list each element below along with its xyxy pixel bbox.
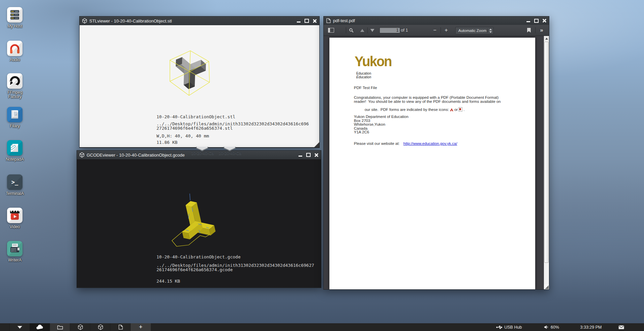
pdf-viewer-window: pdf-test.pdf: [323, 16, 549, 290]
close-button[interactable]: [315, 153, 318, 157]
taskbar-new-button[interactable]: +: [130, 323, 151, 331]
address-line: Whitehorse,Yukon: [354, 123, 408, 127]
recycle-arrows-icon: [7, 73, 22, 89]
pdf-doc-icon: [119, 325, 123, 330]
mail-tray-item[interactable]: [618, 323, 624, 331]
note-pen-icon: [7, 140, 22, 156]
clock-label: 3:33:29 PM: [580, 325, 602, 330]
gcode-viewer-window: GCODEviewer - 10-20-40-CalibrationObject…: [77, 150, 321, 288]
pdf-body-line2: reader! You should be able to view any o…: [354, 99, 501, 104]
desktop-icon-filary[interactable]: Filary: [3, 107, 26, 128]
desktop-icon-audio[interactable]: Audio: [3, 41, 26, 62]
pdf-window-titlebar[interactable]: pdf-test.pdf: [324, 16, 549, 25]
pdf-toolbar: of 1 − + Automatic Zoom »: [324, 25, 549, 36]
resize-grip[interactable]: [544, 284, 549, 289]
caret-down-icon: [17, 326, 22, 329]
desktop-icon-my-host[interactable]: My Host: [3, 7, 26, 29]
search-button[interactable]: [347, 25, 356, 36]
cloud-icon: [36, 325, 44, 330]
clock[interactable]: 3:33:29 PM: [580, 323, 602, 331]
video-player-icon: [7, 208, 22, 223]
close-button[interactable]: [543, 19, 546, 23]
resize-grip[interactable]: [314, 142, 319, 147]
stl-window-titlebar[interactable]: STLviewer - 10-20-40-CalibrationObject.s…: [80, 16, 319, 25]
previous-page-button[interactable]: [358, 25, 367, 36]
window-title: pdf-test.pdf: [333, 18, 355, 23]
desktop-icon-writera[interactable]: WriterA: [3, 241, 26, 262]
volume-label: 60%: [551, 325, 559, 330]
pdf-body-line3: our site. PDF forms are indicated by the…: [354, 103, 465, 116]
gcode-viewport[interactable]: 10-20-40-CalibrationObject.gcode ../../D…: [77, 159, 321, 287]
acrobat-icon: [450, 108, 453, 111]
bookmark-icon: [527, 28, 531, 33]
desktop-icon-label: NotepadA: [3, 157, 26, 162]
desktop-icon-terminala[interactable]: >_ TerminalA: [3, 174, 26, 196]
pdf-scrollbar[interactable]: [544, 36, 549, 289]
maximize-button[interactable]: [306, 153, 311, 157]
desktop: My Host Audio FFmpeg Factory: [0, 0, 644, 331]
bookmark-button[interactable]: [524, 25, 533, 36]
zoom-in-button[interactable]: +: [442, 25, 451, 36]
stl-viewport[interactable]: 10-20-40-CalibrationObject.stl ../../Des…: [80, 25, 319, 147]
scroll-up-button[interactable]: [544, 36, 549, 41]
window-title: GCODEviewer - 10-20-40-CalibrationObject…: [87, 153, 185, 158]
desktop-icon-label: Audio: [3, 58, 26, 62]
folder-icon: [57, 325, 63, 330]
minimize-button[interactable]: [297, 22, 301, 23]
taskbar-files-button[interactable]: [50, 323, 70, 331]
window-title: STLviewer - 10-20-40-CalibrationObject.s…: [89, 18, 172, 24]
desktop-icon-ffmpeg-factory[interactable]: FFmpeg Factory: [3, 73, 26, 99]
toolbar-divider: [535, 27, 536, 33]
desktop-file-label[interactable]: 10-20-40-Ca: [216, 151, 244, 156]
desktop-icon-video[interactable]: Video: [3, 208, 26, 229]
minimize-button[interactable]: [526, 21, 530, 22]
gcode-filename: 10-20-40-CalibrationObject.gcode: [156, 254, 240, 259]
bounding-box-wireframe: [170, 51, 210, 95]
book-icon: [7, 107, 22, 122]
scroll-arrow-up-icon: [545, 38, 548, 40]
stl-filesize: 11.86 KB: [156, 140, 178, 145]
zoom-select-value: Automatic Zoom: [456, 29, 487, 33]
cube-icon: [80, 152, 84, 158]
address-line: Yukon Department of Education: [354, 115, 408, 119]
usb-tray-item[interactable]: USB Hub: [496, 323, 522, 331]
desktop-icon-label: WriterA: [3, 258, 26, 262]
terminal-prompt-icon: >_: [7, 174, 22, 190]
usb-icon: [496, 325, 502, 329]
cube-icon: [98, 324, 103, 330]
spinner-up-icon: [489, 29, 492, 30]
maximize-button[interactable]: [305, 19, 309, 23]
taskbar-stlviewer-button[interactable]: [70, 323, 90, 331]
scrollbar-thumb[interactable]: [544, 42, 549, 263]
volume-tray-item[interactable]: 60%: [544, 323, 559, 331]
more-tools-button[interactable]: »: [537, 25, 547, 36]
zoom-select[interactable]: Automatic Zoom: [455, 27, 494, 34]
website-link[interactable]: http://www.education.gov.yk.ca/: [403, 141, 457, 146]
arrow-down-icon: [370, 29, 374, 32]
toolbar-divider: [367, 27, 368, 33]
typewriter-icon: [7, 241, 22, 256]
minimize-button[interactable]: [298, 156, 302, 157]
page-number-input[interactable]: [379, 27, 400, 33]
address-line: Y1A 2C6: [354, 130, 408, 134]
zoom-out-button[interactable]: −: [430, 25, 439, 36]
stl-filepath: ../../Desktop/files/admin/inith31302d323…: [156, 122, 310, 130]
desktop-icon-label: FFmpeg Factory: [3, 90, 26, 99]
taskbar-menu-button[interactable]: [9, 323, 30, 331]
pdf-body-line1: Congratulations, your computer is equipp…: [354, 95, 499, 99]
logo-subtext-fr: Éducation: [356, 75, 371, 79]
next-page-button[interactable]: [368, 25, 377, 36]
desktop-icon-notepada[interactable]: NotepadA: [3, 140, 26, 162]
taskbar-cloud-button[interactable]: [30, 323, 50, 331]
sidebar-toggle-button[interactable]: [326, 25, 336, 36]
close-button[interactable]: [313, 19, 317, 23]
stl-filename: 10-20-40-CalibrationObject.stl: [156, 114, 235, 119]
envelope-icon: [618, 325, 624, 329]
maximize-button[interactable]: [534, 19, 539, 23]
desktop-file-label[interactable]: 10-20-40-Ca: [188, 151, 217, 156]
pdf-page: Yukon Education Éducation PDF Test File …: [329, 38, 535, 289]
taskbar-gcodeviewer-button[interactable]: [90, 323, 110, 331]
stl-3d-model: [170, 50, 210, 100]
taskbar-pdf-button[interactable]: [110, 323, 131, 331]
yukon-logo: Yukon: [355, 53, 392, 69]
